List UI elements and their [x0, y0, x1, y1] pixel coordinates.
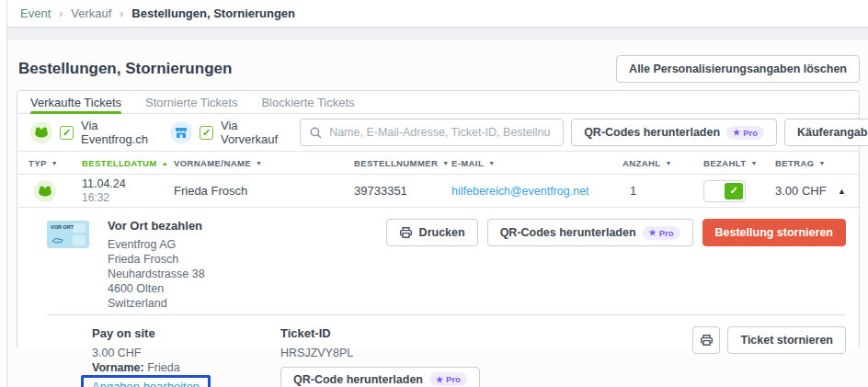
order-detail-top: VOR ORT Vor Ort bezahlen Eventfrog AG Fr…: [30, 217, 846, 311]
order-number: 39733351: [354, 184, 451, 198]
check-icon: ✓: [202, 127, 211, 139]
column-header-anzahl[interactable]: ANZAHL▼: [622, 158, 703, 168]
order-amount: 3.00 CHF: [775, 184, 830, 198]
order-date: 11.04.24: [82, 177, 174, 191]
address-line: Eventfrog AG: [108, 237, 205, 252]
address-line: 4600 Olten: [108, 281, 205, 296]
collapse-row-icon[interactable]: ▲: [830, 187, 855, 196]
ticket-firstname-line: Vorname: Frieda: [92, 361, 280, 374]
sort-down-icon: ▼: [256, 160, 262, 166]
table-header-row: TYP▼ BESTELLDATUM▲ VORNAME/NAME▼ BESTELL…: [17, 152, 859, 175]
search-icon: [310, 127, 322, 139]
sort-up-icon: ▲: [162, 160, 168, 166]
ticket-payment-block: Pay on site 3.00 CHF Vorname: Frieda Ang…: [92, 326, 280, 387]
ticket-id-label: Ticket-ID: [280, 326, 692, 340]
delete-all-personalization-button[interactable]: Alle Personalisierungsangaben löschen: [616, 55, 860, 83]
search-box: [300, 119, 564, 146]
order-email-link[interactable]: hilfebereich@eventfrog.net: [451, 185, 589, 198]
breadcrumb-item-current: Bestellungen, Stornierungen: [131, 6, 295, 20]
qr-code-ticket-label: QR-Code herunterladen: [293, 373, 423, 386]
export-buyers-button[interactable]: Käuferangaben exportieren: [784, 119, 868, 146]
ticket-payment-label: Pay on site: [92, 326, 280, 340]
order-date-cell: 11.04.24 16:32: [82, 177, 174, 205]
order-table-row[interactable]: 11.04.24 16:32 Frieda Frosch 39733351 hi…: [17, 175, 859, 208]
page-title: Bestellungen, Stornierungen: [18, 60, 232, 78]
ticket-thumbnail: VOR ORT: [47, 221, 89, 248]
star-icon: ★: [436, 375, 443, 384]
pro-badge-label: Pro: [743, 128, 758, 138]
eventfrog-frog-icon: [30, 121, 52, 143]
pro-badge: ★Pro: [643, 226, 680, 240]
address-line: Neuhardstrasse 38: [108, 267, 205, 281]
column-header-typ[interactable]: TYP▼: [29, 158, 82, 168]
tab-blockierte-tickets[interactable]: Blockierte Tickets: [261, 91, 354, 113]
paid-toggle[interactable]: ✓: [703, 180, 746, 202]
breadcrumb: Event › Verkauf › Bestellungen, Stornier…: [7, 0, 868, 28]
address-line: Switzerland: [108, 296, 205, 311]
edit-details-link[interactable]: Angaben bearbeiten: [92, 380, 200, 387]
billing-address: Eventfrog AG Frieda Frosch Neuhardstrass…: [108, 237, 205, 311]
print-ticket-button[interactable]: [692, 326, 720, 354]
order-time: 16:32: [82, 191, 174, 205]
tabs-bar: Verkaufte Tickets Stornierte Tickets Blo…: [17, 91, 859, 114]
sort-down-icon: ▼: [51, 160, 58, 166]
check-icon: ✓: [63, 127, 71, 139]
qr-code-download-ticket-button[interactable]: QR-Code herunterladen ★Pro: [280, 367, 480, 387]
ticket-detail-section: Pay on site 3.00 CHF Vorname: Frieda Ang…: [30, 315, 846, 387]
cancel-order-button[interactable]: Bestellung stornieren: [702, 219, 847, 246]
column-header-bestelldatum[interactable]: BESTELLDATUM▲: [82, 158, 174, 168]
search-input[interactable]: [329, 126, 554, 139]
page-header: Bestellungen, Stornierungen Alle Persona…: [7, 40, 868, 90]
filter-row: ✓ Via Eventfrog.ch ✓ Via Vorverkauf QR-C…: [17, 114, 859, 152]
cancel-ticket-button[interactable]: Ticket stornieren: [727, 326, 846, 354]
main-panel: Bestellungen, Stornierungen Alle Persona…: [7, 40, 868, 387]
column-header-vorname-name[interactable]: VORNAME/NAME▼: [174, 158, 354, 168]
breadcrumb-item-event[interactable]: Event: [20, 6, 51, 20]
ticket-action-buttons: Ticket stornieren: [692, 326, 846, 354]
pro-badge: ★Pro: [726, 126, 764, 140]
payment-address-block: Vor Ort bezahlen Eventfrog AG Frieda Fro…: [108, 217, 205, 311]
via-eventfrog-checkbox[interactable]: ✓: [60, 126, 74, 140]
edit-link-highlight-box: Angaben bearbeiten: [81, 375, 211, 387]
tab-verkaufte-tickets[interactable]: Verkaufte Tickets: [30, 91, 121, 113]
breadcrumb-separator-icon: ›: [59, 7, 63, 20]
pro-badge: ★Pro: [429, 372, 467, 386]
sort-down-icon: ▼: [819, 160, 826, 166]
order-name: Frieda Frosch: [174, 184, 354, 198]
star-icon: ★: [649, 228, 657, 237]
ticket-price: 3.00 CHF: [92, 347, 280, 359]
firstname-value: Frieda: [147, 361, 179, 374]
qr-codes-order-label: QR-Codes herunterladen: [500, 226, 636, 239]
column-header-bestellnummer[interactable]: BESTELLNUMMER▼: [354, 158, 451, 168]
order-detail-panel: VOR ORT Vor Ort bezahlen Eventfrog AG Fr…: [17, 208, 859, 387]
firstname-label: Vorname:: [92, 361, 144, 374]
payment-method-title: Vor Ort bezahlen: [108, 219, 205, 233]
column-header-email[interactable]: E-MAIL▼: [451, 158, 622, 168]
sort-down-icon: ▼: [488, 160, 495, 166]
qr-codes-download-label: QR-Codes herunterladen: [584, 126, 720, 139]
breadcrumb-item-verkauf[interactable]: Verkauf: [71, 6, 111, 20]
qr-codes-download-button[interactable]: QR-Codes herunterladen ★Pro: [571, 119, 777, 146]
star-icon: ★: [733, 128, 740, 137]
vorverkauf-store-icon: [170, 121, 192, 143]
print-order-button[interactable]: Drucken: [386, 219, 478, 246]
breadcrumb-separator-icon: ›: [120, 7, 123, 20]
qr-codes-download-order-button[interactable]: QR-Codes herunterladen ★Pro: [487, 219, 693, 246]
sort-down-icon: ▼: [442, 160, 449, 166]
address-line: Frieda Frosch: [108, 252, 205, 267]
pro-badge-label: Pro: [446, 374, 461, 384]
column-header-bezahlt[interactable]: BEZAHLT▼: [703, 158, 775, 168]
ticket-id-block: Ticket-ID HRSJZVY8PL QR-Code herunterlad…: [280, 326, 692, 387]
sort-down-icon: ▼: [750, 160, 757, 166]
printer-icon: [700, 334, 714, 347]
print-order-label: Drucken: [419, 226, 465, 239]
orders-card: Verkaufte Tickets Stornierte Tickets Blo…: [17, 90, 860, 347]
tab-stornierte-tickets[interactable]: Stornierte Tickets: [145, 91, 237, 113]
order-action-buttons: Drucken QR-Codes herunterladen ★Pro Best…: [386, 219, 846, 246]
column-header-betrag[interactable]: BETRAG▼: [775, 158, 830, 168]
via-vorverkauf-checkbox[interactable]: ✓: [200, 126, 213, 140]
via-vorverkauf-label[interactable]: Via Vorverkauf: [221, 119, 278, 146]
sort-down-icon: ▼: [665, 160, 671, 166]
via-eventfrog-label[interactable]: Via Eventfrog.ch: [81, 119, 148, 146]
order-type-frog-icon: [34, 180, 56, 202]
